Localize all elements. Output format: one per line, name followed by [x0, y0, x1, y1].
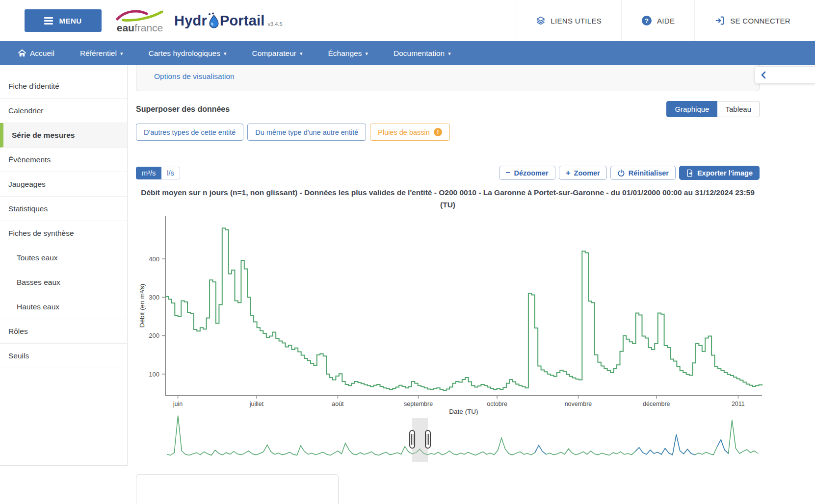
layers-icon — [536, 16, 546, 25]
sidebar-item-toutes-eaux[interactable]: Toutes eaux — [0, 246, 127, 270]
sidebar-item-basses-eaux[interactable]: Basses eaux — [0, 270, 127, 295]
pluies-bassin-label: Pluies de bassin — [378, 128, 430, 136]
dezoomer-label: Dézoomer — [514, 169, 549, 177]
options-visualisation-link[interactable]: Options de visualisation — [154, 72, 235, 81]
nav-item-accueil[interactable]: Accueil — [18, 49, 54, 58]
autres-types-button[interactable]: D'autres types de cette entité — [136, 124, 243, 141]
se-connecter-link[interactable]: SE CONNECTER — [694, 0, 815, 41]
eaufrance-waves-icon — [116, 9, 163, 22]
sidebar-item-s-rie-de-mesures[interactable]: Série de mesures — [0, 123, 127, 148]
graphique-tab[interactable]: Graphique — [666, 101, 717, 117]
navigator-series-blue — [635, 434, 695, 454]
chevron-down-icon: ▾ — [224, 50, 227, 57]
home-icon — [18, 49, 26, 57]
x-tick-label: octobre — [487, 401, 507, 407]
y-tick-label: 100 — [149, 371, 159, 378]
unit-toggle: m³/s l/s — [136, 167, 180, 179]
chevron-down-icon: ▾ — [365, 50, 368, 57]
navigator-series-green — [167, 416, 758, 455]
meme-type-label: Du même type d'une autre entité — [255, 128, 358, 136]
sidebar-item-fiche-d-identit-[interactable]: Fiche d'identité — [0, 74, 127, 99]
dezoomer-button[interactable]: − Dézoomer — [499, 166, 555, 180]
sidebar-item-hautes-eaux[interactable]: Hautes eaux — [0, 295, 127, 319]
x-tick-label: août — [332, 401, 344, 407]
autres-types-label: D'autres types de cette entité — [144, 128, 236, 136]
unit-m3s-button[interactable]: m³/s — [136, 167, 161, 179]
sidebar-item-calendrier[interactable]: Calendrier — [0, 99, 127, 123]
chevron-down-icon: ▾ — [120, 50, 123, 57]
navigator-slider-handle-right[interactable] — [425, 430, 430, 448]
se-connecter-label: SE CONNECTER — [730, 17, 790, 25]
chevron-down-icon: ▾ — [448, 50, 451, 57]
eaufrance-wordmark: eaufrance — [117, 23, 163, 33]
nav-item-comparateur[interactable]: Comparateur▾ — [252, 49, 302, 58]
sidebar: Fiche d'identitéCalendrierSérie de mesur… — [0, 65, 128, 466]
x-tick-label: 2011 — [732, 401, 745, 407]
zoomer-button[interactable]: + Zoomer — [559, 166, 607, 180]
sidebar-item-seuils[interactable]: Seuils — [0, 344, 127, 368]
nav-item-r-f-rentiel[interactable]: Référentiel▾ — [80, 49, 123, 58]
superposer-title: Superposer des données — [136, 105, 230, 114]
meme-type-button[interactable]: Du même type d'une autre entité — [247, 124, 366, 141]
sidebar-item-fiches-de-synth-se[interactable]: Fiches de synthèse — [0, 221, 127, 246]
app-header: MENU eaufrance Hydr Portail v3.4.5 — [0, 0, 815, 41]
eaufrance-logo[interactable]: eaufrance — [116, 9, 163, 33]
overlay-buttons: D'autres types de cette entité Du même t… — [136, 124, 760, 141]
aide-label: AIDE — [657, 17, 675, 25]
version-label: v3.4.5 — [268, 21, 283, 27]
login-icon — [714, 15, 725, 26]
power-icon — [617, 169, 625, 177]
sidebar-item-r-les[interactable]: Rôles — [0, 319, 127, 344]
x-tick-label: juillet — [249, 401, 264, 407]
x-tick-label: juin — [173, 401, 183, 407]
tableau-tab[interactable]: Tableau — [717, 101, 760, 117]
hydroportail-logo[interactable]: Hydr Portail v3.4.5 — [174, 12, 283, 29]
unit-ls-button[interactable]: l/s — [161, 167, 180, 179]
nav-item-label: Échanges — [328, 49, 362, 58]
portail-text: Portail — [220, 13, 265, 29]
svg-text:?: ? — [645, 17, 649, 25]
navigator-series-blue — [717, 440, 729, 454]
collapse-panel-button[interactable] — [755, 66, 815, 84]
superposer-row: Superposer des données Graphique Tableau — [136, 101, 760, 117]
plus-icon: + — [566, 169, 571, 177]
hamburger-icon — [44, 17, 53, 25]
aide-link[interactable]: ? AIDE — [621, 0, 694, 41]
hydro-text: Hydr — [174, 13, 207, 29]
options-panel: Options de visualisation — [136, 65, 760, 91]
pluies-bassin-button[interactable]: Pluies de bassin ! — [370, 124, 450, 141]
y-tick-label: 400 — [149, 255, 159, 263]
nav-item-label: Cartes hydrologiques — [148, 49, 220, 58]
main-navbar: AccueilRéférentiel▾Cartes hydrologiques▾… — [0, 41, 815, 65]
warning-icon: ! — [434, 128, 442, 136]
help-icon: ? — [641, 15, 652, 26]
nav-item--changes[interactable]: Échanges▾ — [328, 49, 368, 58]
nav-item-documentation[interactable]: Documentation▾ — [394, 49, 451, 58]
liens-utiles-link[interactable]: LIENS UTILES — [516, 0, 621, 41]
chevron-left-icon — [760, 71, 767, 79]
navigator-slider-handle-left[interactable] — [410, 430, 415, 448]
layout: Fiche d'identitéCalendrierSérie de mesur… — [0, 65, 815, 495]
export-image-icon — [686, 169, 694, 177]
next-panel-top — [136, 474, 339, 504]
chart-title: Débit moyen sur n jours (n=1, non glissa… — [136, 186, 760, 211]
hydroportail-app: MENU eaufrance Hydr Portail v3.4.5 — [0, 0, 815, 504]
y-tick-label: 200 — [149, 332, 159, 339]
chevron-down-icon: ▾ — [300, 50, 303, 57]
sidebar-item--v-nements[interactable]: Évènements — [0, 148, 127, 172]
x-axis-label: Date (TU) — [449, 408, 478, 415]
chart-controls: m³/s l/s − Dézoomer + Zoomer — [136, 161, 760, 180]
reinitialiser-button[interactable]: Réinitialiser — [610, 166, 676, 180]
sidebar-item-jaugeages[interactable]: Jaugeages — [0, 172, 127, 197]
main-content: Options de visualisation Superposer des … — [128, 65, 815, 495]
menu-button[interactable]: MENU — [25, 9, 102, 32]
nav-item-cartes-hydrologiques[interactable]: Cartes hydrologiques▾ — [148, 49, 226, 58]
y-tick-label: 300 — [149, 294, 159, 301]
y-axis-label: Débit (en m³/s) — [138, 284, 146, 328]
header-links: LIENS UTILES ? AIDE SE CONNECTER — [516, 0, 815, 41]
chart-area: 100200300400Débit (en m³/s)juinjuilletao… — [136, 211, 815, 495]
sidebar-item-statistiques[interactable]: Statistiques — [0, 197, 127, 221]
liens-utiles-label: LIENS UTILES — [551, 17, 602, 25]
exporter-image-button[interactable]: Exporter l'image — [679, 166, 760, 180]
x-tick-label: décembre — [643, 401, 670, 407]
